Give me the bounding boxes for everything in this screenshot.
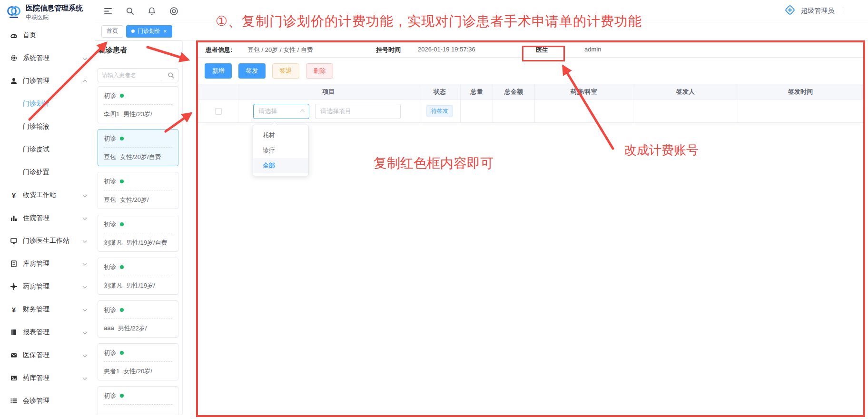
sidebar-item-label: 药房管理: [23, 282, 49, 291]
patient-card-selected[interactable]: 初诊 豆包女性/20岁/自费: [98, 129, 178, 166]
item-type-select[interactable]: 请选择: [253, 104, 309, 119]
close-icon[interactable]: ×: [163, 28, 167, 34]
bell-icon[interactable]: [147, 6, 157, 16]
chevron-down-icon: [83, 55, 88, 60]
sidebar-item-label: 门诊管理: [23, 77, 49, 85]
patient-info-bar: 患者信息: 豆包 / 20岁 / 女性 / 自费 挂号时间 2026-01-19…: [198, 42, 863, 58]
dropdown-option-all[interactable]: 全部: [253, 158, 308, 173]
sidebar-item-inpatient-mgmt[interactable]: 住院管理: [0, 207, 95, 229]
patient-card[interactable]: 初诊 患者1女性/20岁/: [98, 343, 178, 380]
sidebar-item-outpatient-doctor-station[interactable]: 门诊医生工作站: [0, 229, 95, 252]
visit-type: 初诊: [104, 220, 116, 229]
chevron-down-icon: [83, 375, 88, 380]
sidebar-item-label: 库房管理: [23, 259, 49, 268]
search-icon[interactable]: [163, 69, 178, 82]
sidebar-item-label: 门诊医生工作站: [23, 237, 69, 245]
sidebar-item-home[interactable]: 首页: [0, 24, 95, 47]
chevron-down-icon: [83, 307, 88, 311]
sidebar-item-finance-mgmt[interactable]: ¥ 财务管理: [0, 298, 95, 321]
header-sign-time: 签发时间: [738, 84, 863, 100]
mail-icon: [10, 351, 18, 359]
patient-name: 刘潇凡: [104, 239, 122, 247]
sidebar-item-charging-station[interactable]: ¥ 收费工作站: [0, 184, 95, 207]
logo-row: 医院信息管理系统 中联医院: [0, 0, 95, 22]
sidebar-subitem-outpatient-skin-test[interactable]: 门诊皮试: [0, 138, 95, 161]
book-icon: [10, 329, 18, 336]
patient-name: 豆包: [104, 153, 116, 161]
top-header-bar: 超级管理员: [95, 0, 868, 22]
patient-card[interactable]: 初诊: [98, 386, 178, 415]
app-title: 医院信息管理系统: [26, 4, 83, 12]
patient-info: 女性/20岁/: [120, 196, 149, 204]
item-search-input[interactable]: [315, 104, 401, 119]
issue-button[interactable]: 签发: [238, 63, 266, 79]
sidebar-item-warehouse-mgmt[interactable]: 库房管理: [0, 252, 95, 275]
patient-card[interactable]: 初诊 李四1男性/23岁/: [98, 86, 178, 123]
patient-card[interactable]: 初诊 豆包女性/20岁/: [98, 172, 178, 209]
header-checkbox-col: [198, 84, 238, 100]
cell-signer: [633, 100, 738, 122]
visit-type: 初诊: [104, 177, 116, 186]
sidebar-item-maintenance-system[interactable]: 维护系统: [0, 412, 95, 419]
patient-info-value: 豆包 / 20岁 / 女性 / 自费: [247, 46, 313, 54]
avatar: [784, 4, 796, 18]
add-button[interactable]: 新增: [205, 63, 232, 79]
patient-search-input[interactable]: [98, 72, 163, 79]
sidebar-item-label: 财务管理: [23, 305, 49, 314]
sidebar-item-system-mgmt[interactable]: 系统管理: [0, 47, 95, 70]
sidebar-item-label: 住院管理: [23, 214, 49, 222]
status-dot: [120, 222, 124, 226]
active-dot: [131, 30, 135, 33]
dropdown-option-treatment[interactable]: 诊疗: [253, 143, 308, 158]
tab-home[interactable]: 首页: [101, 25, 123, 38]
sidebar-item-medical-insurance-mgmt[interactable]: 医保管理: [0, 344, 95, 367]
sidebar-item-pharmacy-mgmt[interactable]: 药房管理: [0, 275, 95, 298]
page-tabs: 首页 门诊划价 ×: [95, 22, 868, 40]
user-area[interactable]: 超级管理员: [784, 4, 868, 18]
image-icon: [10, 374, 18, 382]
row-checkbox[interactable]: [215, 108, 222, 115]
status-dot: [120, 394, 124, 398]
gear-icon: [10, 54, 18, 62]
chevron-down-icon: [83, 284, 88, 289]
sidebar-item-label: 门诊皮试: [23, 145, 49, 154]
sidebar-item-report-mgmt[interactable]: 报表管理: [0, 321, 95, 344]
screen-adapt-icon[interactable]: [168, 6, 179, 16]
status-dot: [120, 137, 124, 140]
patient-card[interactable]: 初诊 刘潇凡男性/19岁/: [98, 258, 178, 295]
patient-card-list: 初诊 李四1男性/23岁/ 初诊 豆包女性/20岁/自费 初诊 豆包女性/20岁…: [98, 86, 178, 415]
patient-name: 患者1: [104, 367, 119, 376]
patient-info-label: 患者信息:: [206, 46, 232, 54]
visit-type: 初诊: [104, 134, 116, 143]
billing-table: 项目 状态 总量 总金额 药房/科室 签发人 签发时间 请选择 待签发: [198, 84, 863, 123]
patient-info: 男性/22岁/: [118, 324, 147, 333]
patient-card[interactable]: 初诊 aaa男性/22岁/: [98, 300, 178, 338]
sidebar-item-outpatient-mgmt[interactable]: 门诊管理: [0, 70, 95, 92]
sidebar-item-label: 系统管理: [23, 54, 49, 62]
sidebar-item-label: 医保管理: [23, 351, 49, 359]
reg-time-label: 挂号时间: [376, 46, 401, 54]
panel-title: 就诊患者: [99, 46, 178, 55]
hospital-his-screen: 医院信息管理系统 中联医院 首页 系统管理: [0, 0, 868, 419]
revoke-button[interactable]: 签退: [272, 63, 299, 79]
reg-time-value: 2026-01-19 19:57:36: [418, 46, 475, 53]
billing-toolbar: 新增 签发 签退 删除: [205, 63, 333, 79]
chevron-down-icon: [83, 238, 88, 243]
sidebar-item-drug-storage-mgmt[interactable]: 药库管理: [0, 367, 95, 389]
delete-button[interactable]: 删除: [306, 63, 333, 79]
tab-outpatient-pricing[interactable]: 门诊划价 ×: [126, 25, 172, 38]
dropdown-option-consumables[interactable]: 耗材: [253, 128, 308, 143]
sidebar-subitem-outpatient-disposal[interactable]: 门诊处置: [0, 161, 95, 184]
search-icon[interactable]: [125, 6, 135, 16]
status-dot: [120, 94, 124, 98]
sidebar-subitem-outpatient-infusion[interactable]: 门诊输液: [0, 115, 95, 138]
app-subtitle: 中联医院: [26, 13, 83, 21]
sidebar-item-label: 门诊输液: [23, 122, 49, 131]
list-icon: [10, 397, 18, 405]
cell-quantity: [461, 100, 493, 122]
sidebar-item-consultation-mgmt[interactable]: 会诊管理: [0, 389, 95, 412]
collapse-menu-icon[interactable]: [103, 6, 113, 16]
patient-card[interactable]: 初诊 刘潇凡男性/19岁/自费: [98, 215, 178, 252]
sidebar-subitem-outpatient-pricing[interactable]: 门诊划价: [0, 92, 95, 115]
visit-type: 初诊: [104, 306, 116, 314]
